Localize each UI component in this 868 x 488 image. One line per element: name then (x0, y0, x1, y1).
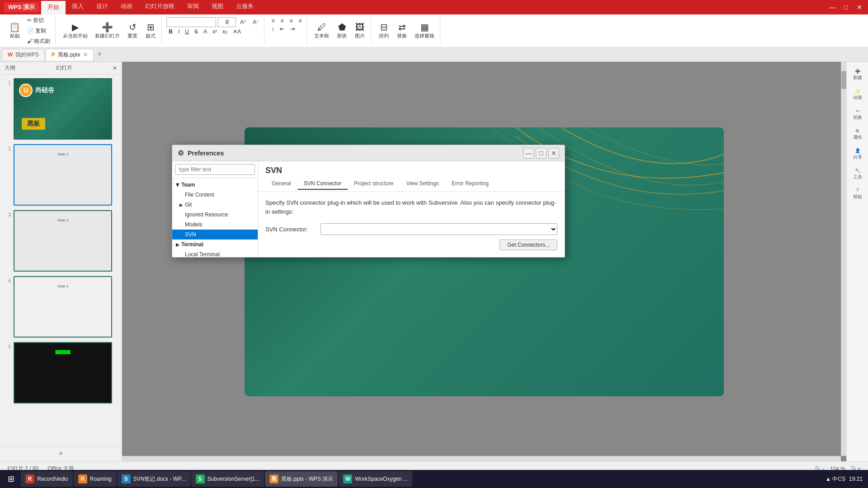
clear-format-button[interactable]: ✕A (231, 28, 243, 35)
taskbar-blackboard[interactable]: 黑 黑板.pptx - WPS 演示 (265, 471, 338, 487)
minimize-button[interactable]: — (827, 2, 837, 12)
slide-img-5[interactable]: ▓▓▓▓▓▓▓ (14, 342, 112, 404)
app-logo[interactable]: WPS 演示 (4, 2, 39, 12)
slide-thumb-3[interactable]: 3 Slide 3 (3, 209, 119, 272)
animation-right-button[interactable]: ✨ 动画 (849, 85, 867, 103)
font-size-input[interactable] (218, 19, 236, 25)
property-right-button[interactable]: ⚙ 属性 (849, 125, 867, 143)
preferences-dialog[interactable]: ⚙ Preferences — □ ✕ ▶ Team (172, 145, 565, 258)
maximize-button[interactable]: □ (841, 2, 851, 12)
textbox-button[interactable]: 🖊 文本框 (311, 22, 332, 40)
close-panel-button[interactable]: ✕ (113, 65, 117, 71)
tree-group-team-header[interactable]: ▶ Team (172, 180, 258, 190)
format-brush-button[interactable]: 🖌 格式刷 (25, 37, 52, 46)
align-right-button[interactable]: ≡ (287, 17, 295, 24)
tab-review[interactable]: 审阅 (181, 0, 205, 14)
tab-animation[interactable]: 动画 (114, 0, 139, 14)
font-name-box[interactable] (166, 17, 216, 27)
tree-item-local-terminal[interactable]: Local Terminal (172, 249, 258, 257)
share-right-button[interactable]: 👤 分享 (849, 145, 867, 163)
pref-tab-error-reporting[interactable]: Error Reporting (445, 178, 495, 190)
slide-img-4[interactable]: Slide 4 (14, 276, 112, 338)
tree-search-input[interactable] (175, 164, 255, 175)
tree-group-terminal-header[interactable]: ▶ Terminal (172, 239, 258, 249)
slide-thumb-5[interactable]: 5 ▓▓▓▓▓▓▓ (3, 341, 119, 404)
tree-item-svn[interactable]: SVN (172, 230, 258, 239)
justify-button[interactable]: ≡ (296, 17, 304, 24)
paste-button[interactable]: 📋 粘贴 (6, 22, 23, 40)
get-connectors-button[interactable]: Get Connectors... (500, 239, 557, 250)
taskbar-svn-docx[interactable]: S SVN笔记.docx - WP... (117, 471, 190, 487)
pref-tab-svn-connector[interactable]: SVN Connector (297, 178, 348, 190)
strikethrough-button[interactable]: S̶ (192, 28, 200, 35)
slide-thumb-4[interactable]: 4 Slide 4 (3, 275, 119, 338)
dialog-close-button[interactable]: ✕ (548, 148, 559, 159)
tree-item-ignored-resource[interactable]: Ignored Resource (172, 210, 258, 220)
line-spacing-button[interactable]: ↕ (269, 25, 276, 33)
scrollbar-thumb[interactable] (841, 71, 846, 89)
pref-tab-general[interactable]: General (265, 178, 297, 190)
tab-cloud[interactable]: 云服务 (230, 0, 260, 14)
start-from-here-button[interactable]: ▶ 从当前开始 (60, 22, 90, 40)
add-slide-button[interactable]: + (56, 449, 66, 459)
superscript-button[interactable]: x² (210, 28, 219, 35)
font-size-box[interactable] (218, 17, 236, 27)
tab-start[interactable]: 开始 (41, 0, 66, 14)
slide-img-2[interactable]: Slide 2 (14, 144, 112, 206)
tree-item-git[interactable]: ▶ Git (172, 200, 258, 210)
tab-insert[interactable]: 插入 (66, 0, 90, 14)
doc-tab-pptx[interactable]: P 黑板.pptx ✕ (46, 49, 94, 61)
slide-img-1[interactable]: U 尚硅谷 黑板 (14, 78, 112, 140)
taskbar-subversion[interactable]: S SubversionServer[1... (191, 471, 264, 487)
bold-button[interactable]: B (166, 28, 175, 35)
close-button[interactable]: ✕ (854, 2, 864, 12)
outline-tab[interactable]: 大纲 (5, 64, 15, 72)
italic-button[interactable]: I (176, 28, 182, 35)
slide-img-3[interactable]: Slide 3 (14, 210, 112, 272)
new-slide-button[interactable]: ➕ 新建幻灯片 (92, 22, 123, 40)
new-slide-right-button[interactable]: ➕ 新建 (849, 66, 867, 84)
slides-tab[interactable]: 幻灯片 (56, 64, 72, 72)
slide-thumb-1[interactable]: 1 U 尚硅谷 黑板 (3, 77, 119, 141)
svn-connector-select[interactable] (321, 223, 557, 235)
font-increase-button[interactable]: A⁺ (238, 19, 249, 26)
start-button[interactable]: ⊞ (2, 471, 20, 487)
shape-button[interactable]: ⬟ 形状 (334, 22, 350, 40)
tree-item-file-content[interactable]: File Content (172, 190, 258, 200)
font-decrease-button[interactable]: A⁻ (250, 19, 261, 26)
align-left-button[interactable]: ≡ (269, 17, 277, 24)
canvas-scrollbar-v[interactable] (841, 62, 846, 456)
taskbar-recordvedio[interactable]: R RecordVedio (21, 471, 73, 487)
help-right-button[interactable]: ? 帮助 (849, 185, 867, 203)
slide-thumb-2[interactable]: 2 Slide 2 (3, 143, 119, 206)
picture-button[interactable]: 🖼 图片 (352, 22, 368, 40)
taskbar-roaming[interactable]: R Roaming (74, 471, 116, 487)
tree-item-models[interactable]: Models (172, 220, 258, 230)
reset-button[interactable]: ↺ 重置 (124, 22, 141, 40)
replace-button[interactable]: ⇄ 替换 (394, 22, 410, 40)
doc-tab-pptx-close[interactable]: ✕ (83, 52, 88, 58)
doc-tab-wps[interactable]: W 我的WPS (2, 49, 45, 61)
layout-button[interactable]: ⊞ 版式 (142, 22, 159, 40)
pref-tab-project-structure[interactable]: Project structure (348, 178, 400, 190)
align-center-button[interactable]: ≡ (278, 17, 286, 24)
tools-right-button[interactable]: 🔧 工具 (849, 165, 867, 183)
copy-button[interactable]: 📄 复制 (25, 26, 52, 36)
font-color-button[interactable]: A (201, 28, 209, 35)
subscript-button[interactable]: x₂ (220, 28, 230, 35)
tab-view[interactable]: 视图 (205, 0, 230, 14)
add-doc-tab-button[interactable]: + (94, 50, 105, 59)
indent-more-button[interactable]: ⇥ (288, 25, 297, 33)
pref-tab-view-settings[interactable]: View Settings (400, 178, 445, 190)
underline-button[interactable]: U (183, 28, 191, 35)
arrange-button[interactable]: ⊟ 排列 (376, 22, 392, 40)
tab-design[interactable]: 设计 (90, 0, 114, 14)
taskbar-workspace[interactable]: W WorkSpaceOxygen ... (339, 471, 412, 487)
cut-right-button[interactable]: ✂ 切换 (849, 105, 867, 123)
dialog-minimize-button[interactable]: — (523, 148, 534, 159)
select-pane-button[interactable]: ▦ 选择窗格 (412, 22, 437, 40)
tab-slideshow[interactable]: 幻灯片放映 (139, 0, 181, 14)
dialog-maximize-button[interactable]: □ (536, 148, 547, 159)
canvas-scrollbar-h[interactable] (122, 456, 841, 461)
indent-less-button[interactable]: ⇤ (278, 25, 287, 33)
